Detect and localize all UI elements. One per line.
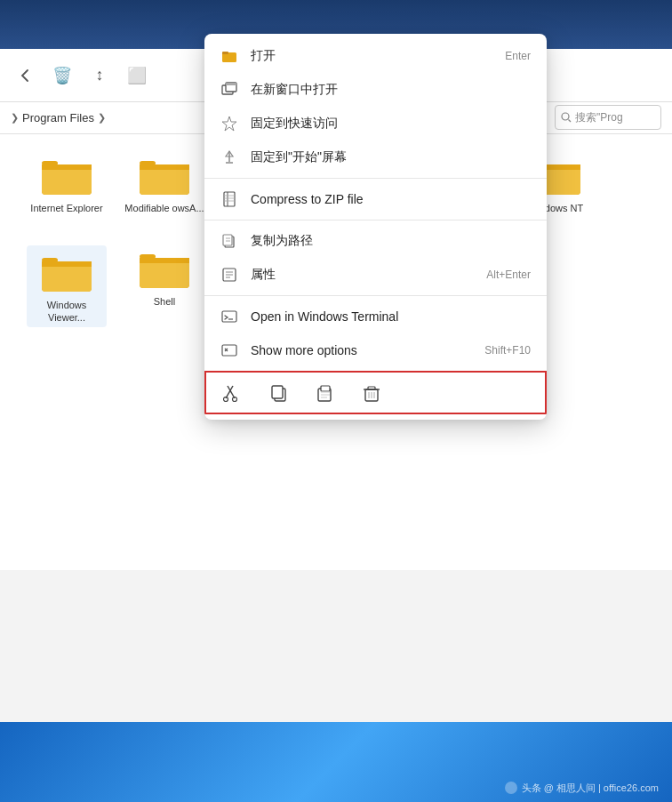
delete-icon[interactable]: 🗑️ <box>48 61 76 90</box>
view-icon[interactable]: ⬜ <box>123 61 151 90</box>
properties-icon <box>220 266 238 284</box>
file-label: Shell <box>154 295 175 308</box>
file-item-internet-explorer[interactable]: Internet Explorer <box>27 152 107 228</box>
menu-open-label: 打开 <box>251 48 492 64</box>
menu-pin-quick-label: 固定到快速访问 <box>251 116 531 132</box>
menu-item-pin-quick[interactable]: 固定到快速访问 <box>204 107 547 140</box>
svg-line-1 <box>569 120 572 123</box>
search-box[interactable]: 搜索"Prog <box>555 105 661 130</box>
watermark-text: 头条 @ 相思人间 | office26.com <box>522 782 659 795</box>
menu-item-copy-path[interactable]: 复制为路径 <box>204 224 547 258</box>
pin-star-icon <box>220 115 238 132</box>
menu-terminal-label: Open in Windows Terminal <box>251 309 531 324</box>
open-new-window-icon <box>220 81 238 99</box>
svg-rect-12 <box>226 83 236 85</box>
watermark-icon <box>504 781 518 795</box>
svg-rect-23 <box>223 235 232 245</box>
menu-compress-label: Compress to ZIP file <box>251 192 531 206</box>
menu-divider-2 <box>204 220 547 221</box>
menu-show-more-label: Show more options <box>251 343 472 357</box>
breadcrumb-separator: ❯ <box>98 112 106 124</box>
menu-item-open-new-window[interactable]: 在新窗口中打开 <box>204 73 547 107</box>
breadcrumb-program-files[interactable]: Program Files <box>22 111 94 124</box>
svg-rect-30 <box>222 311 236 322</box>
menu-properties-label: 属性 <box>251 267 474 283</box>
svg-rect-17 <box>224 192 235 206</box>
compress-zip-icon <box>220 190 238 208</box>
menu-open-new-label: 在新窗口中打开 <box>251 82 531 98</box>
breadcrumb-chevron-icon: ❯ <box>11 112 19 124</box>
watermark: 头条 @ 相思人间 | office26.com <box>504 781 659 795</box>
svg-marker-13 <box>222 116 236 131</box>
terminal-icon <box>220 308 238 325</box>
menu-item-show-more[interactable]: Show more options Shift+F10 <box>204 333 547 367</box>
toolbar-chevron-left[interactable] <box>11 61 39 90</box>
copy-icon-button[interactable] <box>267 381 292 405</box>
menu-open-shortcut: Enter <box>505 50 531 62</box>
menu-copy-path-label: 复制为路径 <box>251 233 531 249</box>
svg-rect-32 <box>222 345 236 356</box>
svg-point-0 <box>562 113 569 120</box>
menu-show-more-shortcut: Shift+F10 <box>484 344 531 357</box>
file-item-modifiable[interactable]: Modifiable owsA... <box>124 152 204 228</box>
menu-divider-3 <box>204 295 547 296</box>
search-placeholder: 搜索"Prog <box>575 110 623 125</box>
menu-pin-start-label: 固定到"开始"屏幕 <box>251 149 531 165</box>
menu-item-open[interactable]: 打开 Enter <box>204 39 547 73</box>
sort-icon[interactable]: ↕ <box>85 61 114 90</box>
pin-start-icon <box>220 148 238 166</box>
context-menu: 打开 Enter 在新窗口中打开 固定到快速访问 <box>204 34 547 420</box>
taskbar: 头条 @ 相思人间 | office26.com <box>0 722 672 802</box>
menu-icon-bar <box>204 371 547 414</box>
svg-rect-42 <box>321 386 330 391</box>
file-item-windows-viewer[interactable]: Windows Viewer... <box>27 245 107 328</box>
file-label: Modifiable owsA... <box>124 202 204 214</box>
menu-divider-1 <box>204 178 547 179</box>
menu-properties-shortcut: Alt+Enter <box>486 269 531 281</box>
folder-open-icon <box>220 47 238 65</box>
cut-icon-button[interactable] <box>220 381 245 405</box>
file-label: Internet Explorer <box>30 202 102 214</box>
menu-item-open-terminal[interactable]: Open in Windows Terminal <box>204 300 547 333</box>
delete-icon-button[interactable] <box>359 381 384 405</box>
paste-icon-button[interactable] <box>313 381 338 405</box>
svg-rect-48 <box>368 387 375 389</box>
menu-item-compress-zip[interactable]: Compress to ZIP file <box>204 182 547 216</box>
more-options-icon <box>220 341 238 359</box>
search-icon <box>561 112 572 123</box>
menu-item-properties[interactable]: 属性 Alt+Enter <box>204 258 547 292</box>
svg-rect-40 <box>272 386 283 398</box>
svg-rect-9 <box>222 52 228 54</box>
menu-item-pin-start[interactable]: 固定到"开始"屏幕 <box>204 140 547 174</box>
copy-path-icon <box>220 232 238 250</box>
svg-point-52 <box>505 782 517 794</box>
file-label: Windows Viewer... <box>30 299 103 325</box>
file-item-shell[interactable]: Shell <box>124 245 204 328</box>
